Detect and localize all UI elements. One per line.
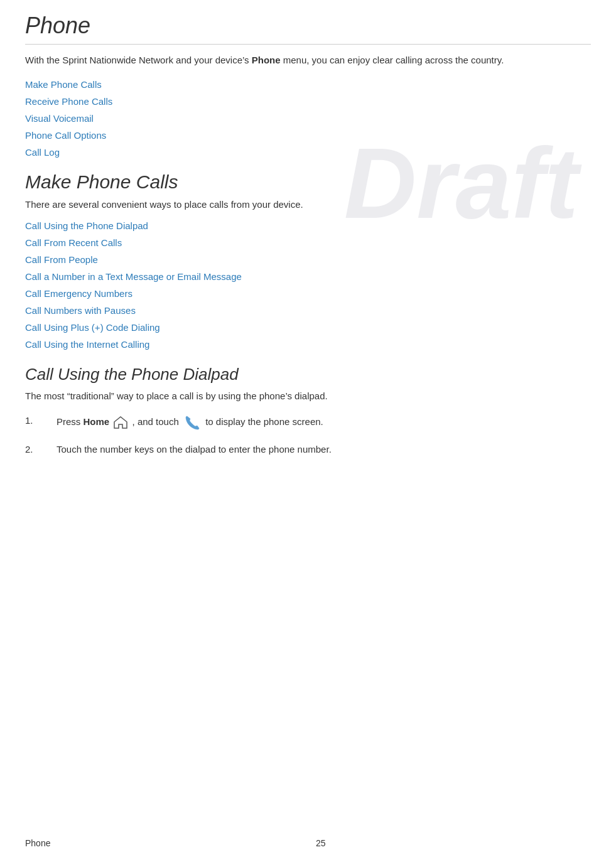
footer-page-number: 25 xyxy=(316,838,326,848)
intro-bold-word: Phone xyxy=(252,55,281,65)
title-divider xyxy=(25,44,591,45)
sub-link-internet-calling[interactable]: Call Using the Internet Calling xyxy=(25,339,591,350)
intro-text-end: menu, you can enjoy clear calling across… xyxy=(281,55,504,65)
toc-nav: Make Phone Calls Receive Phone Calls Vis… xyxy=(25,79,591,158)
step-1-text-after-icon: to display the phone screen. xyxy=(205,416,323,426)
sub-link-plus-code[interactable]: Call Using Plus (+) Code Dialing xyxy=(25,322,591,333)
step-1-number: 1. xyxy=(25,414,57,428)
phone-icon xyxy=(183,414,201,431)
steps-list: 1. Press Home , and touch to display the… xyxy=(25,414,591,457)
sub-link-dialpad[interactable]: Call Using the Phone Dialpad xyxy=(25,220,591,231)
sub-link-emergency[interactable]: Call Emergency Numbers xyxy=(25,288,591,299)
make-phone-calls-subnav: Call Using the Phone Dialpad Call From R… xyxy=(25,220,591,350)
step-1-text-after-bold: , and touch xyxy=(132,416,179,426)
toc-link-phone-call-options[interactable]: Phone Call Options xyxy=(25,130,591,141)
toc-link-receive-phone-calls[interactable]: Receive Phone Calls xyxy=(25,96,591,107)
subsection-title-dialpad: Call Using the Phone Dialpad xyxy=(25,365,591,384)
page-footer: Phone 25 xyxy=(25,838,591,848)
sub-link-pauses[interactable]: Call Numbers with Pauses xyxy=(25,305,591,316)
step-1-bold: Home xyxy=(84,416,110,426)
step-1-text-before-bold: Press xyxy=(57,416,84,426)
intro-text-start: With the Sprint Nationwide Network and y… xyxy=(25,55,252,65)
intro-paragraph: With the Sprint Nationwide Network and y… xyxy=(25,53,591,68)
sub-link-people[interactable]: Call From People xyxy=(25,254,591,265)
step-2-text: Touch the number keys on the dialpad to … xyxy=(57,443,591,457)
sub-link-message[interactable]: Call a Number in a Text Message or Email… xyxy=(25,271,591,282)
section-title-make-phone-calls: Make Phone Calls xyxy=(25,171,591,193)
step-2: 2. Touch the number keys on the dialpad … xyxy=(25,443,591,457)
toc-link-call-log[interactable]: Call Log xyxy=(25,147,591,158)
home-icon xyxy=(114,416,127,429)
step-1-text: Press Home , and touch to display the ph… xyxy=(57,414,591,431)
sub-link-recent-calls[interactable]: Call From Recent Calls xyxy=(25,237,591,248)
section-intro-make-phone-calls: There are several convenient ways to pla… xyxy=(25,198,591,212)
step-1: 1. Press Home , and touch to display the… xyxy=(25,414,591,431)
page-title: Phone xyxy=(25,13,591,39)
footer-left: Phone xyxy=(25,838,50,848)
subsection-intro-dialpad: The most “traditional” way to place a ca… xyxy=(25,389,591,404)
toc-link-visual-voicemail[interactable]: Visual Voicemail xyxy=(25,113,591,124)
step-2-number: 2. xyxy=(25,443,57,457)
toc-link-make-phone-calls[interactable]: Make Phone Calls xyxy=(25,79,591,90)
